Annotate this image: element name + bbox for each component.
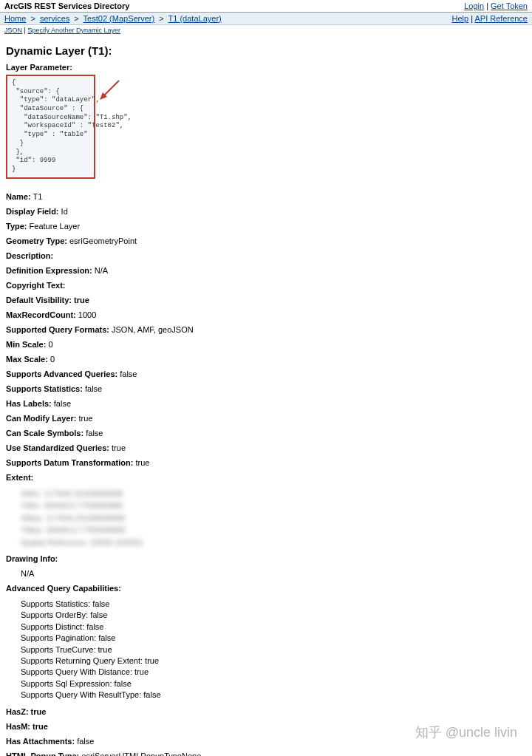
prop-has-labels: Has Labels: false xyxy=(6,399,526,408)
prop-name: Name: T1 xyxy=(6,192,526,201)
prop-has-attachments: Has Attachments: false xyxy=(6,737,526,746)
prop-html-popup-type: HTML Popup Type: esriServerHTMLPopupType… xyxy=(6,752,526,756)
login-link[interactable]: Login xyxy=(464,1,484,10)
prop-max-record-count: MaxRecordCount: 1000 xyxy=(6,310,526,319)
cap-item: Supports Query With Distance: true xyxy=(21,667,526,678)
prop-type: Type: Feature Layer xyxy=(6,222,526,231)
breadcrumb-home[interactable]: Home xyxy=(4,14,26,23)
sub-tools: JSON | Specify Another Dynamic Layer xyxy=(0,25,532,35)
specify-dynamic-layer-link[interactable]: Specify Another Dynamic Layer xyxy=(27,27,120,34)
breadcrumb: Home > services > Test02 (MapServer) > T… xyxy=(4,14,222,23)
top-bar: ArcGIS REST Services Directory Login | G… xyxy=(0,0,532,13)
prop-advanced-query-capabilities: Advanced Query Capabilities: xyxy=(6,584,526,593)
prop-geometry-type: Geometry Type: esriGeometryPoint xyxy=(6,236,526,245)
prop-can-modify-layer: Can Modify Layer: true xyxy=(6,414,526,423)
prop-copyright-text: Copyright Text: xyxy=(6,281,526,290)
layer-parameter-label: Layer Parameter: xyxy=(6,63,526,72)
drawing-info-value: N/A xyxy=(21,569,526,578)
prop-display-field: Display Field: Id xyxy=(6,207,526,216)
api-reference-link[interactable]: API Reference xyxy=(474,14,528,23)
prop-min-scale: Min Scale: 0 xyxy=(6,340,526,349)
prop-supports-datum-transformation: Supports Datum Transformation: true xyxy=(6,458,526,467)
cap-item: Supports TrueCurve: true xyxy=(21,644,526,655)
cap-item: Supports Distinct: false xyxy=(21,622,526,633)
advanced-query-capabilities-list: Supports Statistics: false Supports Orde… xyxy=(21,599,526,701)
annotation-arrow-icon xyxy=(98,78,122,101)
prop-definition-expression: Definition Expression: N/A xyxy=(6,266,526,275)
app-title: ArcGIS REST Services Directory xyxy=(4,1,129,10)
cap-item: Supports Query With ResultType: false xyxy=(21,689,526,701)
cap-item: Supports OrderBy: false xyxy=(21,610,526,621)
cap-item: Supports Statistics: false xyxy=(21,599,526,610)
prop-supports-statistics: Supports Statistics: false xyxy=(6,384,526,393)
cap-item: Supports Pagination: false xyxy=(21,633,526,644)
svg-line-0 xyxy=(103,81,119,97)
breadcrumb-service[interactable]: Test02 (MapServer) xyxy=(83,14,155,23)
get-token-link[interactable]: Get Token xyxy=(491,1,528,10)
prop-description: Description: xyxy=(6,251,526,260)
cap-item: Supports Sql Expression: false xyxy=(21,678,526,689)
prop-hasz: HasZ: true xyxy=(6,707,526,716)
page-title: Dynamic Layer (T1): xyxy=(6,44,526,57)
prop-supports-advanced-queries: Supports Advanced Queries: false xyxy=(6,370,526,378)
prop-can-scale-symbols: Can Scale Symbols: false xyxy=(6,429,526,437)
help-link[interactable]: Help xyxy=(451,14,468,23)
cap-item: Supports Returning Query Extent: true xyxy=(21,655,526,667)
extent-values-blurred: XMin: 117504.29189999998 YMin: 3564612.7… xyxy=(21,488,526,549)
breadcrumb-services[interactable]: services xyxy=(40,14,69,23)
prop-use-standardized-queries: Use Standardized Queries: true xyxy=(6,443,526,452)
prop-drawing-info: Drawing Info: xyxy=(6,554,526,563)
content: Dynamic Layer (T1): Layer Parameter: { "… xyxy=(0,35,532,756)
breadcrumb-bar: Home > services > Test02 (MapServer) > T… xyxy=(0,13,532,25)
layer-parameter-json: { "source": { "type": "dataLayer", "data… xyxy=(6,75,95,179)
breadcrumb-layer[interactable]: T1 (dataLayer) xyxy=(168,14,222,23)
prop-hasm: HasM: true xyxy=(6,722,526,731)
json-link[interactable]: JSON xyxy=(4,27,22,34)
prop-extent: Extent: xyxy=(6,473,526,482)
prop-supported-query-formats: Supported Query Formats: JSON, AMF, geoJ… xyxy=(6,325,526,334)
layer-parameter-block: { "source": { "type": "dataLayer", "data… xyxy=(6,75,95,186)
prop-default-visibility: Default Visibility: true xyxy=(6,296,526,304)
prop-max-scale: Max Scale: 0 xyxy=(6,355,526,364)
